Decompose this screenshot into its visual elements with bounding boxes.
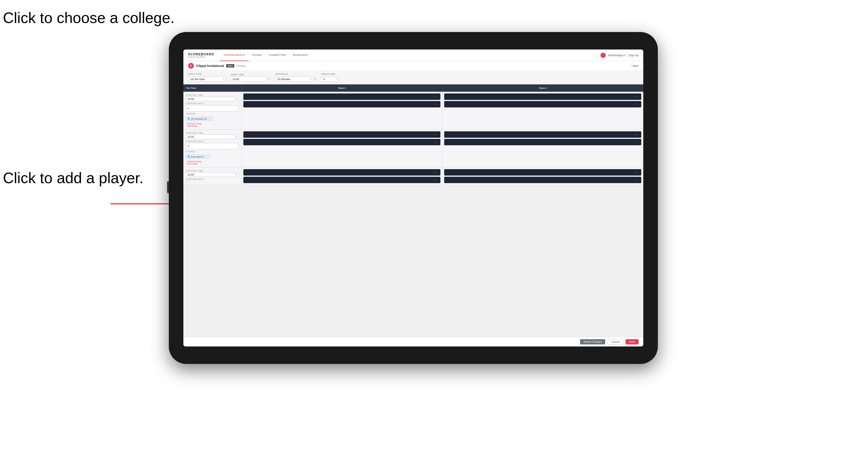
group-2-team1-player2[interactable]: ✕ ⌄ [243,139,440,145]
form-group-group-size: Group Size 3 [321,73,339,82]
reset-button[interactable]: Reset Changes [580,339,605,344]
nav-sign-out[interactable]: | Sign out [627,54,639,57]
group-1-team2-player1[interactable]: ✕ ⌄ [444,93,641,100]
group-1-team2-player2[interactable]: ✕ ⌄ [444,101,641,107]
group-2-team1-player1[interactable]: ✕ ⌄ [243,131,440,138]
group-1-add-link[interactable]: + Add Group [186,125,239,127]
intervals-select[interactable]: 10 Minutes [275,76,313,82]
player-chevron-icon: ⌄ [437,95,439,98]
group-3-team1-player1[interactable]: ✕ ⌄ [243,169,440,176]
group-2-clock-icon: 🕙 [235,136,237,138]
player-chevron-icon-4: ⌄ [638,103,640,106]
form-label-start-time: Start Time [230,74,271,76]
nav-avatar [600,53,606,58]
table-scroll[interactable]: STARTING TIME: 10:00 🕙 STARTING HOLE: 1 … [183,92,643,337]
side-button [167,181,169,193]
group-1-hole-label: STARTING HOLE: [186,102,239,104]
group-2-time-label: STARTING TIME: [186,132,239,134]
annotation-add-player: Click to add a player. [3,169,144,187]
group-1-remove-icon: ○ [186,123,187,125]
sub-hosting: Hosting [237,64,246,67]
tablet-frame: SCOREBOARD Powered by clippd TOURNAMENTS… [169,32,658,364]
group-3-team2-player1[interactable]: ✕ ⌄ [444,169,641,176]
nav-right: blair@clippd.io | Sign out [600,53,639,58]
group-2-course-remove[interactable]: × [205,156,206,158]
group-2-course-chevron: ⌄ [207,155,209,158]
group-2-left: STARTING TIME: 10:10 🕙 STARTING HOLE: 1 … [183,130,242,167]
group-row-3: STARTING TIME: 10:20 🕙 STARTING HOLE: ✕ … [183,167,643,185]
group-2-team2-player1[interactable]: ✕ ⌄ [444,131,641,138]
group-1-team1-player1[interactable]: ✕ ⌄ [243,93,440,100]
group-2-course-tag[interactable]: 🌐 East Lake GC × ⌄ [186,155,210,159]
group-3-time-input[interactable]: 10:20 🕙 [186,173,239,177]
player-x-icon-2: ✕ [434,103,436,106]
group-3-clock-icon: 🕙 [235,174,237,176]
save-button[interactable]: Save [625,339,639,344]
p-x-11: ✕ [635,171,637,174]
player-x-icon: ✕ [434,95,436,98]
p-ch-10: ⌄ [437,179,439,181]
group-1-course-chevron: ⌄ [210,118,212,120]
p-x-6: ✕ [434,141,436,144]
group-1-course-tag[interactable]: 🌐 (A) Peachtree GC × ⌄ [186,117,214,121]
player-x-icon-3: ✕ [635,95,637,98]
group-1-team1-player2[interactable]: ✕ ⌄ [243,101,440,107]
form-label-start-type: Start Type [188,73,226,75]
group-1-time-input[interactable]: 10:00 🕙 [186,97,239,101]
th-team2: Team 2 [442,85,643,92]
form-row: Start Type 1st Tee Start Start Time 🕙 In… [183,71,643,85]
group-1-course-remove[interactable]: × [208,118,209,120]
group-1-clock-icon: 🕙 [235,98,237,100]
player-x-icon-4: ✕ [635,103,637,106]
group-3-team2: ✕ ⌄ ✕ ⌄ [442,167,643,185]
group-2-remove-link[interactable]: ○ Remove Group [186,160,239,162]
group-3-left: STARTING TIME: 10:20 🕙 STARTING HOLE: [183,167,242,185]
group-3-team2-player2[interactable]: ✕ ⌄ [444,177,641,183]
p-ch-5: ⌄ [437,133,439,136]
group-size-select-wrapper: 3 [321,76,339,82]
player-chevron-icon-3: ⌄ [638,95,640,98]
nav-bar: SCOREBOARD Powered by clippd TOURNAMENTS… [183,50,643,61]
sub-title: Clippd Invitational [196,64,224,67]
cancel-button[interactable]: Cancel [608,339,623,345]
group-1-left: STARTING TIME: 10:00 🕙 STARTING HOLE: 1 … [183,92,242,129]
group-2-time-input[interactable]: 10:10 🕙 [186,134,239,139]
p-x-12: ✕ [635,179,637,181]
start-type-select[interactable]: 1st Tee Start [188,76,226,82]
bottom-bar: Reset Changes Cancel Save [183,337,643,346]
nav-item-rankings[interactable]: RANKINGS [289,50,311,61]
p-ch-7: ⌄ [638,133,640,136]
p-x-8: ✕ [635,141,637,144]
p-ch-11: ⌄ [638,171,640,174]
group-1-hole-input[interactable]: 1 ⌃⌄ [186,105,239,112]
group-2-hole-label: STARTING HOLE: [186,140,239,143]
sub-header: C Clippd Invitational Men Hosting ‹ Back [183,61,643,71]
group-2-hole-input[interactable]: 1 ⌃⌄ [186,143,239,149]
intervals-clock-icon: 🕙 [314,78,317,80]
form-label-intervals: Intervals [275,73,317,75]
group-3-time-label: STARTING TIME: [186,170,239,172]
p-x-7: ✕ [635,133,637,136]
group-1-remove-link[interactable]: ○ Remove Group [186,123,239,125]
th-tee-time: Tee Time [183,85,242,92]
group-2-team2-player2[interactable]: ✕ ⌄ [444,139,641,145]
nav-item-teams[interactable]: TEAMS [249,50,266,61]
start-time-input[interactable] [230,76,267,82]
group-size-select[interactable]: 3 [321,76,339,82]
th-team1: Team 1 [242,85,442,92]
nav-logo: SCOREBOARD Powered by clippd [188,53,214,58]
player-chevron-icon-2: ⌄ [437,103,439,106]
back-button[interactable]: ‹ Back [631,64,639,67]
nav-item-tournaments[interactable]: TOURNAMENTS [220,50,249,61]
p-x-10: ✕ [434,179,436,181]
group-1-team2: ✕ ⌄ ✕ ⌄ [442,92,643,129]
group-row-2: STARTING TIME: 10:10 🕙 STARTING HOLE: 1 … [183,130,643,167]
group-2-hole-chevron: ⌃⌄ [236,144,237,149]
group-3-team1-player2[interactable]: ✕ ⌄ [243,177,440,183]
nav-items: TOURNAMENTS TEAMS COMMITTEE RANKINGS [220,50,600,61]
group-2-add-link[interactable]: + Add Group [186,163,239,165]
sub-header-left: C Clippd Invitational Men Hosting [188,63,245,69]
nav-item-committee[interactable]: COMMITTEE [266,50,290,61]
nav-logo-title: SCOREBOARD [188,53,214,56]
group-2-links: ○ Remove Group + Add Group [186,160,239,165]
